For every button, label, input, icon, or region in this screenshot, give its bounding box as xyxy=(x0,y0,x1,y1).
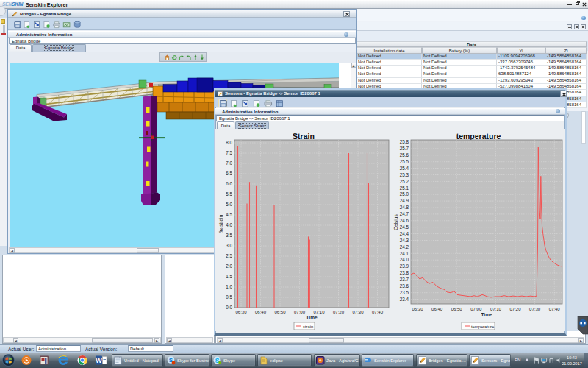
svg-text:4.0: 4.0 xyxy=(226,222,232,227)
svg-text:Time: Time xyxy=(481,312,492,317)
svg-text:4.5: 4.5 xyxy=(226,212,232,217)
svg-text:24.9: 24.9 xyxy=(400,198,409,203)
svg-text:25.4: 25.4 xyxy=(400,166,409,171)
svg-text:Strain: Strain xyxy=(293,132,315,141)
svg-text:07:40: 07:40 xyxy=(549,307,561,311)
svg-text:3.5: 3.5 xyxy=(226,233,232,238)
svg-text:strain: strain xyxy=(303,325,313,329)
svg-text:25.6: 25.6 xyxy=(400,152,409,158)
svg-text:07:10: 07:10 xyxy=(490,307,502,311)
svg-text:23.5: 23.5 xyxy=(400,290,409,295)
svg-text:2.0: 2.0 xyxy=(226,263,232,269)
svg-text:23.8: 23.8 xyxy=(400,270,409,275)
svg-text:25.7: 25.7 xyxy=(400,146,409,151)
svg-text:24.6: 24.6 xyxy=(400,218,409,223)
svg-text:23.9: 23.9 xyxy=(400,263,409,269)
svg-text:07:20: 07:20 xyxy=(333,310,345,314)
svg-text:6.5: 6.5 xyxy=(226,171,232,176)
svg-text:06:30: 06:30 xyxy=(412,307,423,311)
svg-text:Celsius: Celsius xyxy=(393,214,398,230)
svg-text:06:50: 06:50 xyxy=(451,307,463,311)
svg-text:07:00: 07:00 xyxy=(470,307,482,311)
svg-text:temperature: temperature xyxy=(471,325,494,329)
svg-text:25.1: 25.1 xyxy=(400,185,409,191)
svg-text:23.6: 23.6 xyxy=(400,283,409,289)
svg-text:23.4: 23.4 xyxy=(400,297,409,302)
svg-text:07:20: 07:20 xyxy=(509,307,521,311)
svg-text:24.4: 24.4 xyxy=(400,231,409,236)
svg-text:24.1: 24.1 xyxy=(400,251,409,256)
svg-text:‰ strain: ‰ strain xyxy=(218,215,223,233)
svg-text:24.7: 24.7 xyxy=(400,211,409,216)
svg-text:Time: Time xyxy=(306,315,317,320)
svg-text:07:30: 07:30 xyxy=(352,310,364,314)
svg-text:24.0: 24.0 xyxy=(400,257,409,262)
svg-text:06:40: 06:40 xyxy=(255,310,267,314)
svg-text:25.8: 25.8 xyxy=(400,139,409,144)
svg-text:06:40: 06:40 xyxy=(431,307,443,311)
svg-text:5.0: 5.0 xyxy=(226,202,232,207)
svg-text:07:00: 07:00 xyxy=(294,310,306,314)
svg-text:06:30: 06:30 xyxy=(235,310,247,314)
svg-text:24.8: 24.8 xyxy=(400,205,409,210)
svg-text:24.5: 24.5 xyxy=(400,224,409,230)
svg-text:5.5: 5.5 xyxy=(226,191,232,197)
svg-text:W: W xyxy=(96,357,102,364)
svg-text:24.3: 24.3 xyxy=(400,238,409,243)
svg-text:7.0: 7.0 xyxy=(226,160,232,166)
svg-text:25.5: 25.5 xyxy=(400,159,409,164)
svg-text:0.5: 0.5 xyxy=(226,294,232,300)
svg-text:0.0: 0.0 xyxy=(226,305,232,310)
svg-text:3.0: 3.0 xyxy=(226,243,232,248)
svg-text:07:40: 07:40 xyxy=(372,310,384,314)
svg-text:07:10: 07:10 xyxy=(313,310,325,314)
svg-text:8.0: 8.0 xyxy=(226,140,232,145)
svg-text:1.5: 1.5 xyxy=(226,274,232,279)
svg-text:06:50: 06:50 xyxy=(274,310,286,314)
svg-text:2.5: 2.5 xyxy=(226,253,232,258)
svg-text:07:30: 07:30 xyxy=(529,307,541,311)
svg-text:25.3: 25.3 xyxy=(400,172,409,177)
svg-text:7.5: 7.5 xyxy=(226,150,232,155)
svg-text:25.0: 25.0 xyxy=(400,191,409,197)
svg-text:23.7: 23.7 xyxy=(400,277,409,282)
svg-text:temperature: temperature xyxy=(456,132,501,141)
svg-text:24.2: 24.2 xyxy=(400,244,409,250)
svg-text:6.0: 6.0 xyxy=(226,181,232,186)
svg-text:1.0: 1.0 xyxy=(226,284,232,289)
svg-text:25.2: 25.2 xyxy=(400,179,409,184)
